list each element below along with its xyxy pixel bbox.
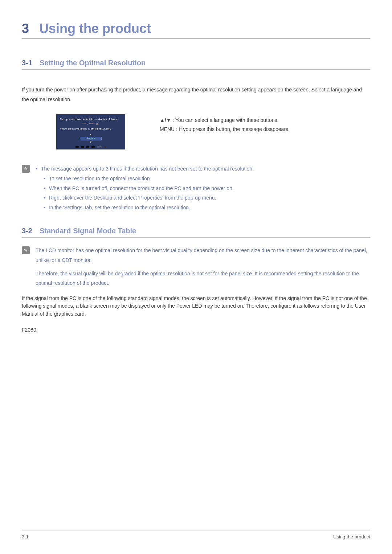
section-number: 3-2 — [22, 227, 32, 235]
note-icon: ✎ — [22, 246, 32, 288]
osd-btn-icon — [75, 146, 79, 148]
note-content: The LCD monitor has one optimal resoluti… — [36, 246, 370, 288]
osd-text-line1: The optimal resolution for this monitor … — [60, 118, 122, 121]
note-bullet: Right-click over the Desktop and select … — [36, 193, 370, 203]
osd-text-line2: Follow the above setting to set the reso… — [60, 127, 122, 130]
note-paragraph: Therefore, the visual quality will be de… — [36, 269, 370, 288]
pencil-icon: ✎ — [22, 246, 30, 254]
osd-btn-icon — [86, 146, 89, 148]
menu-button-desc: MENU : If you press this button, the mes… — [160, 125, 290, 134]
footer-page-ref: 3-1 — [22, 534, 29, 539]
section-title: Standard Signal Mode Table — [40, 227, 136, 235]
note-bullet: To set the resolution to the optimal res… — [36, 174, 370, 184]
pencil-icon: ✎ — [22, 165, 30, 173]
chapter-number: 3 — [22, 21, 29, 36]
chapter-heading: 3 Using the product — [22, 21, 370, 39]
note-content: The message appears up to 3 times if the… — [36, 164, 370, 212]
note-block-3-1: ✎ The message appears up to 3 times if t… — [22, 164, 370, 212]
arrow-desc-text: : You can select a language with these b… — [171, 117, 279, 123]
osd-arrow-up-icon: ▲ — [60, 133, 122, 136]
model-label: F2080 — [22, 327, 370, 333]
osd-row: The optimal resolution for this monitor … — [22, 114, 370, 149]
section-number: 3-1 — [22, 59, 32, 67]
section-heading-3-1: 3-1 Setting the Optimal Resolution — [22, 59, 370, 70]
section-heading-3-2: 3-2 Standard Signal Mode Table — [22, 227, 370, 238]
osd-illustration-wrap: The optimal resolution for this monitor … — [22, 114, 160, 149]
arrow-buttons-desc: ▲/▼ : You can select a language with the… — [160, 116, 290, 125]
note-paragraph: The LCD monitor has one optimal resoluti… — [36, 246, 370, 265]
osd-auto-label: AUTO — [97, 146, 102, 148]
note-bullet: The message appears up to 3 times if the… — [36, 164, 370, 174]
note-block-3-2: ✎ The LCD monitor has one optimal resolu… — [22, 246, 370, 288]
chapter-title: Using the product — [39, 21, 151, 36]
osd-btn-icon — [81, 146, 84, 148]
button-instructions: ▲/▼ : You can select a language with the… — [160, 114, 290, 134]
note-bullet: When the PC is turned off, connect the p… — [36, 184, 370, 193]
osd-button-row: AUTO — [60, 146, 122, 148]
note-bullet: In the 'Settings' tab, set the resolutio… — [36, 203, 370, 213]
body-paragraph: If the signal from the PC is one of the … — [22, 295, 370, 318]
osd-language-selected: English — [80, 137, 102, 140]
osd-btn-icon — [91, 146, 95, 148]
section-title: Setting the Optimal Resolution — [40, 59, 146, 67]
footer-chapter-ref: Using the product — [333, 534, 370, 539]
note-icon: ✎ — [22, 165, 32, 212]
osd-illustration: The optimal resolution for this monitor … — [56, 114, 125, 149]
osd-arrow-down-icon: ▼ — [60, 141, 122, 144]
intro-paragraph: If you turn the power on after purchasin… — [22, 85, 370, 104]
osd-power-icon — [104, 146, 106, 148]
arrow-icons: ▲/▼ — [160, 117, 171, 123]
osd-resolution-placeholder: **** x **** ** Hz — [60, 123, 122, 125]
page-footer: 3-1 Using the product — [22, 530, 370, 539]
osd-language-selector: ▲ English ▼ — [60, 133, 122, 144]
